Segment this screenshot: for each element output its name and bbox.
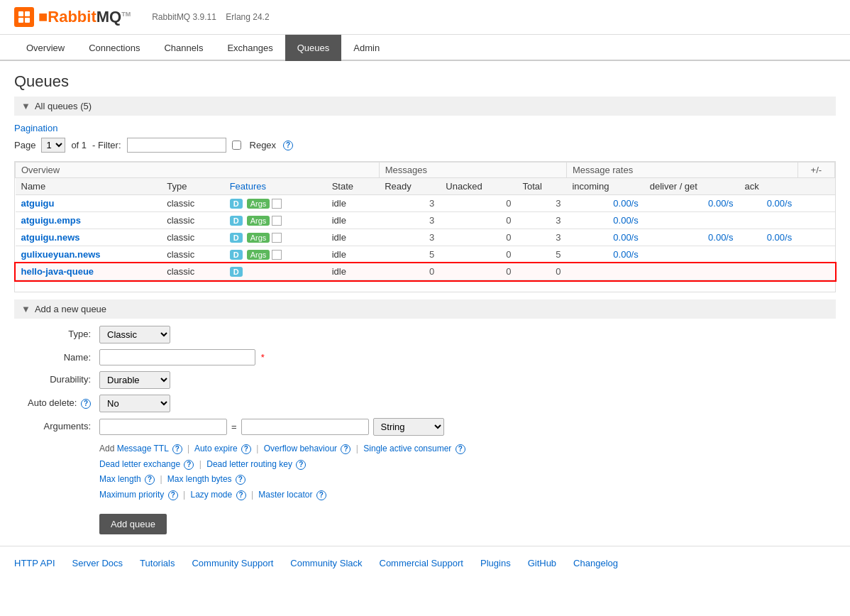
link-max-length[interactable]: Max length bbox=[99, 474, 141, 484]
type-control: Classic Quorum bbox=[99, 326, 397, 343]
message-ttl-help[interactable]: ? bbox=[172, 444, 182, 454]
footer-link-plugins[interactable]: Plugins bbox=[480, 558, 511, 568]
header: ■RabbitMQTM RabbitMQ 3.9.11 Erlang 24.2 bbox=[0, 0, 850, 35]
add-queue-section-header[interactable]: ▼ Add a new queue bbox=[14, 299, 836, 319]
badge-args[interactable]: Args bbox=[247, 233, 270, 243]
link-message-ttl[interactable]: Message TTL bbox=[117, 444, 169, 453]
queue-ack bbox=[739, 212, 797, 229]
plus-minus-btn[interactable]: +/- bbox=[797, 163, 834, 178]
queue-name-link[interactable]: atguigu.emps bbox=[21, 215, 82, 226]
badge-d[interactable]: D bbox=[230, 199, 243, 209]
nav-item-exchanges[interactable]: Exchanges bbox=[215, 35, 285, 61]
badge-args[interactable]: Args bbox=[247, 216, 270, 226]
queue-state: idle bbox=[326, 263, 380, 280]
link-lazy-mode[interactable]: Lazy mode bbox=[191, 490, 233, 500]
add-queue-form: Type: Classic Quorum Name: * Durability:… bbox=[14, 326, 836, 534]
nav-item-channels[interactable]: Channels bbox=[152, 35, 215, 61]
badge-d[interactable]: D bbox=[230, 233, 243, 243]
queue-state: idle bbox=[326, 212, 380, 229]
feature-checkbox bbox=[272, 216, 282, 226]
queue-features: DArgs bbox=[224, 212, 326, 229]
badge-d[interactable]: D bbox=[230, 216, 243, 226]
queue-features: D bbox=[224, 263, 326, 280]
footer-link-server-docs[interactable]: Server Docs bbox=[72, 558, 123, 568]
page-select[interactable]: 1 bbox=[41, 138, 65, 153]
link-overflow-behaviour[interactable]: Overflow behaviour bbox=[264, 444, 337, 453]
single-active-help[interactable]: ? bbox=[456, 444, 465, 454]
name-row: Name: * bbox=[14, 349, 836, 365]
footer-link-community-slack[interactable]: Community Slack bbox=[290, 558, 362, 568]
nav-item-admin[interactable]: Admin bbox=[341, 35, 392, 61]
regex-help-icon[interactable]: ? bbox=[283, 141, 293, 150]
badge-d[interactable]: D bbox=[230, 250, 243, 260]
all-queues-section-header[interactable]: ▼ All queues (5) bbox=[14, 97, 836, 116]
footer-link-http-api[interactable]: HTTP API bbox=[14, 558, 55, 568]
overflow-help[interactable]: ? bbox=[341, 444, 351, 454]
regex-label: Regex bbox=[250, 140, 277, 150]
arg-key-input[interactable] bbox=[99, 419, 227, 435]
table-row[interactable]: gulixueyuan.newsclassicDArgsidle5050.00/… bbox=[16, 246, 835, 263]
badge-args[interactable]: Args bbox=[247, 199, 270, 209]
col-extra bbox=[797, 178, 834, 195]
queue-name-link[interactable]: gulixueyuan.news bbox=[21, 249, 101, 260]
logo-icon bbox=[14, 7, 34, 27]
arg-value-input[interactable] bbox=[241, 419, 369, 435]
auto-delete-help-icon[interactable]: ? bbox=[81, 399, 91, 409]
queue-ready: 3 bbox=[379, 229, 440, 246]
queue-ack bbox=[739, 246, 797, 263]
badge-args[interactable]: Args bbox=[247, 250, 270, 260]
link-auto-expire[interactable]: Auto expire bbox=[194, 444, 238, 453]
type-select[interactable]: Classic Quorum bbox=[99, 326, 170, 343]
nav-item-connections[interactable]: Connections bbox=[77, 35, 152, 61]
pagination-label[interactable]: Pagination bbox=[14, 123, 836, 133]
arg-type-select[interactable]: String Number Boolean bbox=[373, 418, 444, 436]
col-total: Total bbox=[517, 178, 567, 195]
max-priority-help[interactable]: ? bbox=[168, 490, 178, 500]
queue-state: idle bbox=[326, 195, 380, 212]
footer-link-tutorials[interactable]: Tutorials bbox=[140, 558, 175, 568]
auto-delete-select[interactable]: No Yes bbox=[99, 395, 170, 412]
feature-checkbox bbox=[272, 199, 282, 209]
footer-link-community-support[interactable]: Community Support bbox=[192, 558, 273, 568]
table-row[interactable]: atguigu.newsclassicDArgsidle3030.00/s0.0… bbox=[16, 229, 835, 246]
nav-item-overview[interactable]: Overview bbox=[14, 35, 77, 61]
durability-select[interactable]: Durable Transient bbox=[99, 371, 170, 389]
section-title: All queues (5) bbox=[35, 101, 92, 111]
queue-name-link[interactable]: atguigu bbox=[21, 198, 55, 209]
add-queue-button[interactable]: Add queue bbox=[99, 514, 167, 534]
footer-link-changelog[interactable]: Changelog bbox=[573, 558, 618, 568]
badge-d[interactable]: D bbox=[230, 267, 243, 277]
dead-letter-key-help[interactable]: ? bbox=[296, 460, 306, 470]
dead-letter-exchange-help[interactable]: ? bbox=[184, 460, 194, 470]
max-length-bytes-help[interactable]: ? bbox=[236, 475, 245, 485]
table-row[interactable]: atguigu.empsclassicDArgsidle3030.00/s bbox=[16, 212, 835, 229]
nav-item-queues[interactable]: Queues bbox=[285, 35, 342, 61]
link-dead-letter-routing-key[interactable]: Dead letter routing key bbox=[206, 459, 292, 469]
footer-link-commercial-support[interactable]: Commercial Support bbox=[380, 558, 464, 568]
feature-checkbox bbox=[272, 250, 282, 260]
auto-expire-help[interactable]: ? bbox=[241, 444, 251, 454]
regex-checkbox[interactable] bbox=[232, 141, 241, 150]
table-row[interactable]: atguiguclassicDArgsidle3030.00/s0.00/s0.… bbox=[16, 195, 835, 212]
arguments-label: Arguments: bbox=[14, 418, 99, 431]
link-dead-letter-exchange[interactable]: Dead letter exchange bbox=[99, 459, 180, 469]
link-master-locator[interactable]: Master locator bbox=[258, 490, 312, 500]
logo-text: ■RabbitMQTM bbox=[38, 8, 131, 26]
lazy-mode-help[interactable]: ? bbox=[236, 490, 246, 500]
filter-input[interactable] bbox=[127, 138, 226, 153]
name-input[interactable] bbox=[99, 349, 255, 365]
link-single-active-consumer[interactable]: Single active consumer bbox=[363, 444, 451, 453]
svg-rect-1 bbox=[25, 11, 30, 16]
master-locator-help[interactable]: ? bbox=[316, 490, 326, 500]
queue-type: classic bbox=[161, 229, 223, 246]
link-max-length-bytes[interactable]: Max length bytes bbox=[167, 474, 232, 484]
footer-link-github[interactable]: GitHub bbox=[528, 558, 556, 568]
queue-name-link[interactable]: hello-java-queue bbox=[21, 266, 94, 277]
svg-rect-2 bbox=[18, 18, 23, 23]
max-length-help[interactable]: ? bbox=[145, 475, 155, 485]
link-maximum-priority[interactable]: Maximum priority bbox=[99, 490, 164, 500]
table-row[interactable]: hello-java-queueclassicDidle000 bbox=[16, 263, 835, 280]
queue-unacked: 0 bbox=[440, 246, 517, 263]
queue-name-link[interactable]: atguigu.news bbox=[21, 232, 80, 243]
queue-features: DArgs bbox=[224, 229, 326, 246]
